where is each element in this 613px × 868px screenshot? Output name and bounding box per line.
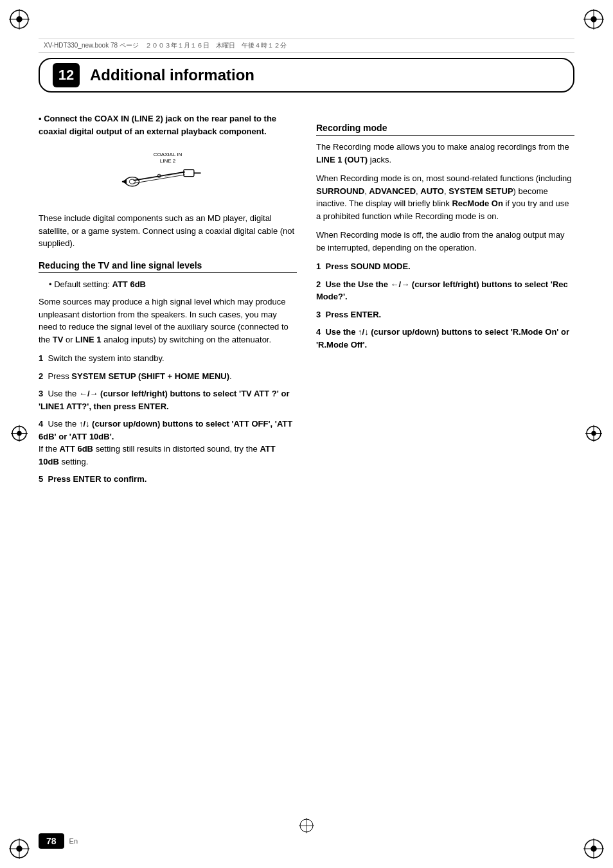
content-area: Connect the COAX IN (LINE 2) jack on the… [39, 106, 574, 817]
section2-body2: When Recording mode is on, most sound-re… [316, 172, 574, 222]
right-step-2: 2 Use the Use the ←/→ (cursor left/right… [316, 278, 574, 303]
left-step-1: 1 Switch the system into standby. [39, 352, 297, 365]
footer: 78 En [39, 833, 574, 849]
chapter-title: Additional information [90, 66, 254, 84]
chapter-number: 12 [53, 63, 80, 87]
header-bar: XV-HDT330_new.book 78 ページ ２００３年１月１６日 木曜日… [39, 39, 574, 53]
section1-heading: Reducing the TV and line signal levels [39, 260, 297, 273]
left-column: Connect the COAX IN (LINE 2) jack on the… [39, 106, 297, 817]
right-step-3: 3 Press ENTER. [316, 308, 574, 321]
chapter-header: 12 Additional information [39, 58, 574, 93]
right-column: Recording mode The Recording mode allows… [316, 106, 574, 817]
mid-mark-left [10, 423, 29, 445]
svg-point-29 [129, 179, 135, 184]
corner-mark-tr [581, 6, 607, 32]
mid-mark-right [584, 423, 603, 445]
page-number: 78 [39, 833, 64, 849]
svg-marker-33 [122, 179, 127, 184]
section2-body1: The Recording mode allows you to make an… [316, 141, 574, 166]
right-step-4: 4 Use the ↑/↓ (cursor up/down) buttons t… [316, 326, 574, 351]
section2-heading: Recording mode [316, 123, 574, 136]
corner-mark-tl [6, 6, 32, 32]
svg-text:LINE 2: LINE 2 [160, 158, 176, 164]
right-step-1: 1 Press SOUND MODE. [316, 260, 574, 273]
file-info: XV-HDT330_new.book 78 ページ ２００３年１月１６日 木曜日… [44, 41, 287, 50]
svg-point-28 [125, 177, 139, 186]
svg-rect-31 [184, 170, 194, 177]
left-step-3: 3 Use the ←/→ (cursor left/right) button… [39, 387, 297, 412]
section1-body: Some sources may produce a high signal l… [39, 296, 297, 346]
page-lang: En [69, 837, 78, 845]
left-step-5: 5 Press ENTER to confirm. [39, 473, 297, 486]
corner-mark-bl [6, 836, 32, 862]
left-step-4: 4 Use the ↑/↓ (cursor up/down) buttons t… [39, 418, 297, 468]
svg-text:COAXIAL IN: COAXIAL IN [154, 152, 182, 157]
section2-body3: When Recording mode is off, the audio fr… [316, 229, 574, 254]
page: XV-HDT330_new.book 78 ページ ２００３年１月１６日 木曜日… [0, 0, 613, 868]
coax-note: These include digital components such as… [39, 212, 297, 250]
coax-diagram: COAXIAL IN LINE 2 [39, 149, 297, 200]
section1-sub: Default setting: ATT 6dB [39, 278, 297, 291]
left-step-2: 2 Press SYSTEM SETUP (SHIFT + HOME MENU)… [39, 370, 297, 383]
corner-mark-br [581, 836, 607, 862]
coax-intro: Connect the COAX IN (LINE 2) jack on the… [39, 112, 297, 137]
